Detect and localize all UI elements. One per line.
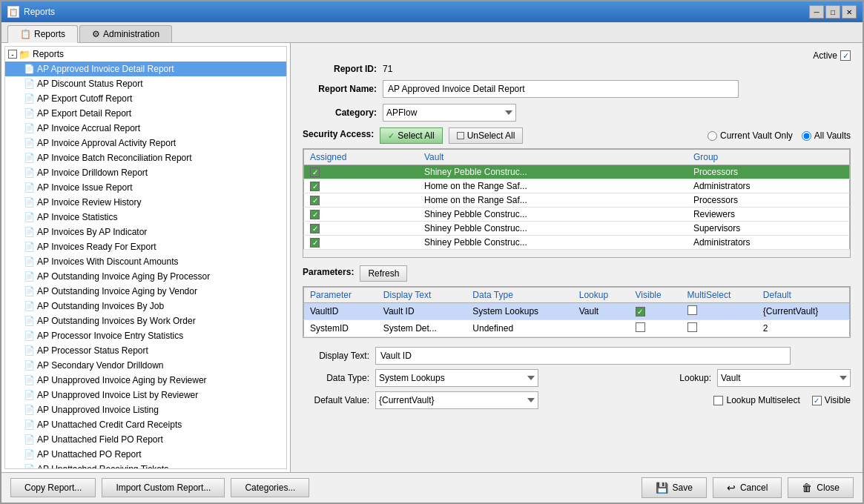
tree-item-9[interactable]: 📄 AP Invoice Issue Report bbox=[5, 180, 286, 195]
tree-item-label-17: AP Outstanding Invoices By Job bbox=[37, 301, 164, 311]
report-name-input[interactable] bbox=[383, 80, 739, 98]
save-icon: 💾 bbox=[656, 482, 668, 494]
minimize-button[interactable]: ─ bbox=[809, 5, 824, 19]
tree-item-7[interactable]: 📄 AP Invoice Batch Reconciliation Report bbox=[5, 150, 286, 165]
tree-item-10[interactable]: 📄 AP Invoice Review History bbox=[5, 195, 286, 210]
tree-item-6[interactable]: 📄 AP Invoice Approval Activity Report bbox=[5, 136, 286, 150]
tree-item-20[interactable]: 📄 AP Processor Status Report bbox=[5, 343, 286, 358]
close-button[interactable]: ✕ bbox=[842, 5, 857, 19]
security-row-2[interactable]: ✓ Home on the Range Saf... Administrator… bbox=[304, 179, 850, 193]
tree-item-15[interactable]: 📄 AP Outstanding Invoice Aging By Proces… bbox=[5, 269, 286, 284]
security-row-5[interactable]: ✓ Shiney Pebble Construc... Supervisors bbox=[304, 222, 850, 236]
param-row-2[interactable]: SystemID System Det... Undefined 2 bbox=[304, 320, 850, 337]
import-custom-button[interactable]: Import Custom Report... bbox=[102, 478, 225, 497]
save-button[interactable]: 💾 Save bbox=[642, 477, 707, 498]
active-checkbox[interactable]: ✓ bbox=[840, 50, 851, 61]
security-assigned-6[interactable]: ✓ bbox=[304, 236, 418, 250]
categories-label: Categories... bbox=[245, 483, 295, 493]
visible-option[interactable]: ✓ Visible bbox=[812, 395, 851, 405]
tree-expand-icon[interactable]: - bbox=[8, 50, 17, 59]
report-icon-12: 📄 bbox=[23, 226, 35, 238]
params-table-wrapper[interactable]: Parameter Display Text Data Type Lookup … bbox=[303, 286, 851, 338]
tree-item-17[interactable]: 📄 AP Outstanding Invoices By Job bbox=[5, 299, 286, 314]
default-value-select[interactable]: {CurrentVault} bbox=[375, 391, 538, 409]
param-visible-check-2[interactable] bbox=[636, 322, 645, 332]
all-vaults-option[interactable]: All Vaults bbox=[802, 130, 851, 141]
lookup-multiselect-option[interactable]: Lookup Multiselect bbox=[713, 395, 799, 405]
param-parameter-2: SystemID bbox=[304, 320, 377, 337]
security-check-4[interactable]: ✓ bbox=[310, 210, 320, 219]
visible-checkbox[interactable]: ✓ bbox=[812, 396, 822, 405]
category-select[interactable]: APFlow bbox=[383, 104, 516, 122]
tree-item-25[interactable]: 📄 AP Unattached Credit Card Receipts bbox=[5, 417, 286, 432]
tree-item-24[interactable]: 📄 AP Unapproved Invoice Listing bbox=[5, 402, 286, 417]
tree-item-8[interactable]: 📄 AP Invoice Drilldown Report bbox=[5, 165, 286, 180]
data-type-select[interactable]: System Lookups bbox=[375, 369, 538, 387]
tree-item-19[interactable]: 📄 AP Processor Invoice Entry Statistics bbox=[5, 328, 286, 343]
param-visible-check-1[interactable]: ✓ bbox=[636, 307, 645, 316]
tree-item-23[interactable]: 📄 AP Unapproved Invoice List by Reviewer bbox=[5, 388, 286, 402]
tree-item-16[interactable]: 📄 AP Outstanding Invoice Aging by Vendor bbox=[5, 284, 286, 299]
tree-item-22[interactable]: 📄 AP Unapproved Invoice Aging by Reviewe… bbox=[5, 373, 286, 388]
security-assigned-3[interactable]: ✓ bbox=[304, 193, 418, 208]
tree-item-2[interactable]: 📄 AP Discount Status Report bbox=[5, 76, 286, 91]
close-button[interactable]: 🗑 Close bbox=[788, 477, 854, 498]
tree-item-5[interactable]: 📄 AP Invoice Accrual Report bbox=[5, 121, 286, 136]
display-text-input[interactable] bbox=[375, 347, 791, 365]
lookup-select[interactable]: Vault bbox=[717, 369, 851, 387]
current-vault-option[interactable]: Current Vault Only bbox=[708, 130, 793, 141]
tree-item-13[interactable]: 📄 AP Invoices Ready For Export bbox=[5, 239, 286, 254]
tree-item-18[interactable]: 📄 AP Outstanding Invoices By Work Order bbox=[5, 314, 286, 328]
tree-item-28[interactable]: 📄 AP Unattached Receiving Tickets bbox=[5, 462, 286, 469]
security-check-3[interactable]: ✓ bbox=[310, 196, 320, 205]
security-check-2[interactable]: ✓ bbox=[310, 182, 320, 191]
current-vault-radio[interactable] bbox=[708, 131, 717, 141]
import-custom-label: Import Custom Report... bbox=[116, 483, 211, 493]
cancel-button[interactable]: ↩ Cancel bbox=[713, 477, 782, 498]
security-row-3[interactable]: ✓ Home on the Range Saf... Processors bbox=[304, 193, 850, 208]
tree-item-label-18: AP Outstanding Invoices By Work Order bbox=[37, 316, 196, 326]
report-icon-7: 📄 bbox=[23, 152, 35, 164]
tree-area[interactable]: - 📁 Reports 📄 AP Approved Invoice Detail… bbox=[4, 46, 287, 469]
main-window: 📋 Reports ─ □ ✕ 📋 Reports ⚙ Administrati… bbox=[0, 0, 864, 504]
lookup-multiselect-checkbox[interactable] bbox=[713, 396, 723, 405]
tree-item-label-8: AP Invoice Drilldown Report bbox=[37, 168, 148, 178]
unselect-all-button[interactable]: UnSelect All bbox=[449, 127, 524, 144]
tree-item-11[interactable]: 📄 AP Invoice Statistics bbox=[5, 210, 286, 225]
select-all-button[interactable]: ✓ Select All bbox=[380, 127, 442, 144]
security-assigned-2[interactable]: ✓ bbox=[304, 179, 418, 193]
param-visible-1[interactable]: ✓ bbox=[630, 303, 682, 320]
security-assigned-4[interactable]: ✓ bbox=[304, 208, 418, 222]
tab-administration[interactable]: ⚙ Administration bbox=[79, 25, 172, 42]
categories-button[interactable]: Categories... bbox=[231, 478, 309, 497]
security-row-1[interactable]: ✓ Shiney Pebble Construc... Processors bbox=[304, 165, 850, 179]
param-row-1[interactable]: VaultID Vault ID System Lookups Vault ✓ … bbox=[304, 303, 850, 320]
security-assigned-5[interactable]: ✓ bbox=[304, 222, 418, 236]
tree-item-21[interactable]: 📄 AP Secondary Vendor Drilldown bbox=[5, 358, 286, 373]
refresh-button[interactable]: Refresh bbox=[360, 265, 407, 282]
security-assigned-1[interactable]: ✓ bbox=[304, 165, 418, 179]
tree-item-1[interactable]: 📄 AP Approved Invoice Detail Report bbox=[5, 62, 286, 76]
security-table-wrapper[interactable]: Assigned Vault Group ✓ Shiney Pebble Con… bbox=[303, 148, 851, 258]
tab-reports[interactable]: 📋 Reports bbox=[7, 25, 78, 43]
param-visible-2[interactable] bbox=[630, 320, 682, 337]
tree-item-14[interactable]: 📄 AP Invoices With Discount Amounts bbox=[5, 254, 286, 269]
all-vaults-radio[interactable] bbox=[802, 131, 811, 141]
tree-item-12[interactable]: 📄 AP Invoices By AP Indicator bbox=[5, 225, 286, 239]
security-row-4[interactable]: ✓ Shiney Pebble Construc... Reviewers bbox=[304, 208, 850, 222]
tree-item-26[interactable]: 📄 AP Unattached Field PO Report bbox=[5, 432, 286, 447]
param-multiselect-2[interactable] bbox=[682, 320, 757, 337]
title-bar-controls: ─ □ ✕ bbox=[809, 5, 857, 19]
security-row-6[interactable]: ✓ Shiney Pebble Construc... Administrato… bbox=[304, 236, 850, 250]
param-multiselect-check-1[interactable] bbox=[687, 305, 697, 315]
param-multiselect-1[interactable] bbox=[682, 303, 757, 320]
maximize-button[interactable]: □ bbox=[825, 5, 840, 19]
security-check-5[interactable]: ✓ bbox=[310, 224, 320, 233]
security-check-6[interactable]: ✓ bbox=[310, 238, 320, 248]
param-multiselect-check-2[interactable] bbox=[687, 322, 697, 332]
copy-report-button[interactable]: Copy Report... bbox=[10, 478, 96, 497]
tree-item-27[interactable]: 📄 AP Unattached PO Report bbox=[5, 447, 286, 462]
security-check-1[interactable]: ✓ bbox=[310, 168, 320, 177]
tree-item-4[interactable]: 📄 AP Export Detail Report bbox=[5, 106, 286, 121]
tree-item-3[interactable]: 📄 AP Export Cutoff Report bbox=[5, 91, 286, 106]
